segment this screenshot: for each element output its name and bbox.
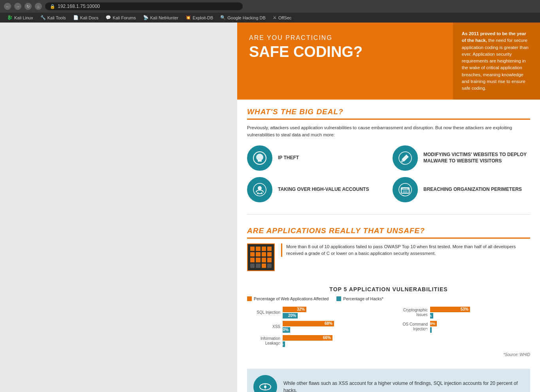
xss-orange-wrap: 68% [283,321,383,326]
legend-orange: Percentage of Web Applications Affected [247,296,329,301]
big-deal-section: WHAT'S THE BIG DEAL? Previously, attacke… [237,100,540,214]
bar-xss: XSS 68% 10% [247,321,383,333]
legend-orange-label: Percentage of Web Applications Affected [254,296,329,301]
source-note: *Source: WHID [247,352,530,357]
threat-perimeters: BREACHING ORGANIZATION PERIMETERS [393,177,530,202]
svg-point-5 [258,186,262,190]
address-text: 192.168.1.75:10000 [58,4,100,9]
info-orange-bar: 66% [283,335,332,341]
reload-button[interactable]: ↻ [25,3,32,10]
malware-icon [393,145,418,171]
bookmark-google-hacking-db[interactable]: 🔍 Google Hacking DB [217,14,269,21]
big-deal-title: WHAT'S THE BIG DEAL? [247,107,530,120]
big-deal-desc: Previously, attackers used application v… [247,124,530,138]
forward-button[interactable]: → [14,3,21,10]
callout-icon [253,375,277,392]
bar-label-xss: XSS [247,324,283,329]
bookmark-exploit-db[interactable]: 💥 Exploit-DB [182,14,216,21]
exploit-db-icon: 💥 [185,15,191,20]
bookmark-offsec[interactable]: ⚔ OffSec [270,14,295,21]
kali-linux-icon: 🐉 [7,15,13,20]
browser-nav-bar: ← → ↻ ⌂ 🔒 192.168.1.75:10000 [0,0,540,13]
chart-right-col: Cryptographic Issues 53% 2% OS Comman [395,307,530,349]
grid-cell [262,247,266,251]
left-panel [0,23,237,392]
callout-text: While other flaws such as XSS account fo… [283,380,524,392]
grid-cell [250,247,255,251]
hero-title: SAFE CODING? [249,44,441,60]
bar-crypto: Cryptographic Issues 53% 2% [395,307,530,318]
bookmark-kali-docs[interactable]: 📄 Kali Docs [70,14,102,21]
page-content: Are you practicing SAFE CODING? As 2011 … [0,23,540,392]
os-teal-wrap: 1% [430,327,530,333]
accounts-icon [247,177,272,202]
legend-orange-dot [247,296,252,301]
legend-teal-dot [336,296,341,301]
bar-label-crypto: Cryptographic Issues [395,308,430,317]
kali-nethunter-icon: 📡 [143,15,149,20]
accounts-label: TAKING OVER HIGH-VALUE ACCOUNTS [278,187,369,193]
chart-legend: Percentage of Web Applications Affected … [247,296,530,301]
os-teal-bar: 1% [430,327,432,333]
back-button[interactable]: ← [4,3,11,10]
svg-rect-1 [258,160,261,162]
bar-container-sql: 32% 20% [283,307,383,318]
chart-title: TOP 5 APPLICATION VULNERABILITIES [247,286,530,292]
grid-cell [267,247,272,251]
xss-teal-wrap: 10% [283,327,383,333]
grid-cell [256,264,260,268]
ip-theft-icon [247,145,272,171]
bookmark-kali-linux[interactable]: 🐉 Kali Linux [4,14,36,21]
info-teal-bar: 3% [283,341,285,347]
chart-grid: SQL Injection 32% 20% XSS [247,307,530,349]
perimeters-icon [393,177,418,202]
threat-accounts: TAKING OVER HIGH-VALUE ACCOUNTS [247,177,385,202]
kali-docs-icon: 📄 [73,15,79,20]
info-teal-wrap: 3% [283,341,383,347]
hero-description: As 2011 proved to be the year of the hac… [453,23,540,100]
home-button[interactable]: ⌂ [35,3,42,10]
kali-forums-icon: 💬 [106,15,111,20]
app-safety-row: More than 8 out of 10 applications faile… [247,243,530,271]
unsafe-title: ARE APPLICATIONS REALLY THAT UNSAFE? [247,226,530,239]
bar-container-crypto: 53% 2% [430,307,530,318]
address-bar[interactable]: 🔒 192.168.1.75:10000 [45,2,243,10]
sql-orange-bar: 32% [283,307,306,312]
crypto-teal-bar: 2% [430,313,433,318]
crypto-orange-wrap: 53% [430,307,530,312]
bar-container-info: 66% 3% [283,335,383,347]
section-divider [247,214,530,215]
grid-cell [267,258,272,262]
xss-orange-bar: 68% [283,321,334,326]
threat-malware: MODIFYING VICTIMS' WEBSITES TO DEPLOY MA… [393,145,530,171]
bookmark-kali-forums[interactable]: 💬 Kali Forums [102,14,139,21]
bar-container-xss: 68% 10% [283,321,383,333]
grid-cell [262,258,266,262]
lock-icon: 🔒 [50,4,55,9]
bookmark-kali-tools[interactable]: 🔧 Kali Tools [37,14,69,21]
grid-cell [256,252,260,256]
bar-label-sql: SQL Injection [247,310,283,315]
kali-tools-icon: 🔧 [40,15,46,20]
bar-label-info: Information Leakage [247,336,283,346]
google-hacking-icon: 🔍 [220,15,226,20]
bottom-callout: While other flaws such as XSS account fo… [247,369,530,392]
crypto-orange-bar: 53% [430,307,470,312]
bookmarks-bar: 🐉 Kali Linux 🔧 Kali Tools 📄 Kali Docs 💬 … [0,13,540,23]
offsec-icon: ⚔ [273,15,277,20]
app-safety-desc: More than 8 out of 10 applications faile… [281,243,530,257]
hero-section: Are you practicing SAFE CODING? As 2011 … [237,23,540,100]
bookmark-kali-nethunter[interactable]: 📡 Kali NetHunter [140,14,182,21]
chart-left-col: SQL Injection 32% 20% XSS [247,307,383,349]
hero-desc-text: As 2011 proved to be the year of the hac… [462,30,531,92]
malware-label: MODIFYING VICTIMS' WEBSITES TO DEPLOY MA… [423,152,530,164]
bar-container-os-cmd: 9% 1% [430,321,530,333]
grid-cell [256,258,260,262]
sql-teal-wrap: 20% [283,313,383,318]
grid-cell [267,252,272,256]
grid-cell [250,252,255,256]
right-panel: Are you practicing SAFE CODING? As 2011 … [237,23,540,392]
crypto-teal-wrap: 2% [430,313,530,318]
threat-ip-theft: IP THEFT [247,145,385,171]
grid-cell [250,258,255,262]
